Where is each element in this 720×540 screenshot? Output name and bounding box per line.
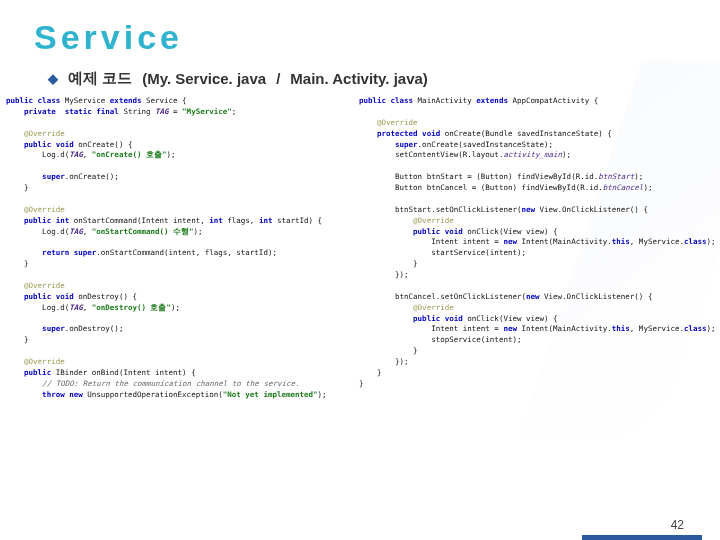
code-area: public class MyService extends Service {… xyxy=(0,94,720,401)
page-title: Service xyxy=(0,0,720,57)
page-number: 42 xyxy=(671,518,684,532)
footer-accent-bar xyxy=(582,535,702,540)
code-left-myservice: public class MyService extends Service {… xyxy=(6,96,353,401)
code-right-mainactivity: public class MainActivity extends AppCom… xyxy=(359,96,716,401)
subtitle-label: 예제 코드 xyxy=(68,69,132,88)
bullet-icon: ◆ xyxy=(48,71,58,86)
subtitle-sep: / xyxy=(276,70,280,87)
subtitle-file2: Main. Activity. java) xyxy=(290,70,428,87)
subtitle-row: ◆ 예제 코드 (My. Service. java / Main. Activ… xyxy=(0,57,720,94)
subtitle-file1: (My. Service. java xyxy=(142,70,266,87)
